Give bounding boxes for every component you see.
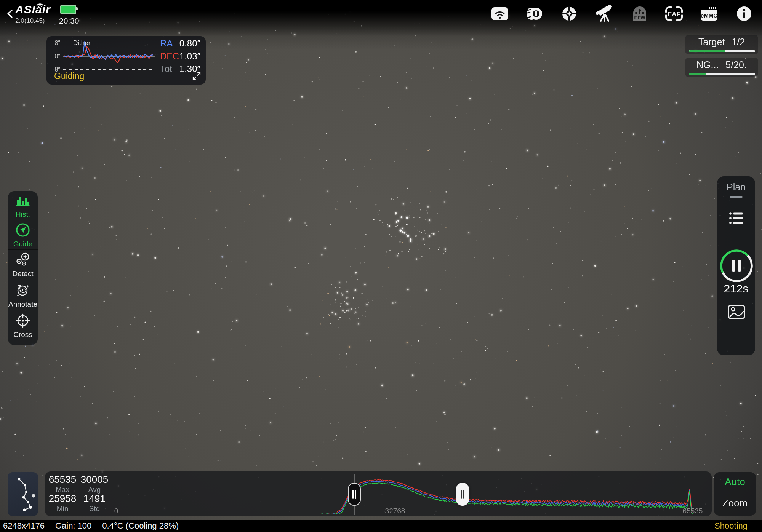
sidebar-item-annotate[interactable]: Annotate [8, 283, 38, 308]
frames-progress-track [689, 73, 755, 75]
asiair-app: ASIair 2.0(10.45) 20:30 [0, 0, 762, 532]
guide-crosshair-icon [561, 5, 578, 22]
sidebar-item-guide[interactable]: Guide [8, 222, 38, 248]
sidebar-item-histogram[interactable]: Hist. [8, 194, 38, 219]
histogram-icon [15, 194, 30, 208]
left-toolbar: Hist. Guide Detect [8, 191, 38, 345]
dec-stat: DEC [160, 51, 179, 62]
dither-label: Dither [73, 39, 90, 47]
xtick-max: 65535 [683, 507, 703, 515]
plan-underline [730, 196, 743, 198]
logo-wifi-arcs-icon [35, 2, 45, 7]
target-progress-row[interactable]: Target1/2 [685, 35, 758, 54]
eaf-icon: EAF [664, 6, 684, 21]
dec-value: 1.03″ [179, 51, 200, 62]
ra-value: 0.80″ [179, 38, 200, 49]
efw-button[interactable]: EFW [630, 5, 649, 23]
stretch-controls: Auto Zoom [714, 472, 756, 516]
controls-divider [719, 494, 751, 494]
guiding-panel[interactable]: 8″ 0″ -8″ Dither RA 0.80″ DEC 1.03″ Tot … [46, 36, 206, 85]
target-progress-track [689, 50, 755, 52]
telescope-icon [596, 4, 614, 22]
tot-stat: Tot [160, 64, 172, 74]
ra-stat: RA [160, 38, 173, 49]
target-count: 1/2 [732, 37, 745, 48]
image-resolution: 6248x4176 [3, 521, 45, 531]
expand-icon[interactable] [192, 72, 201, 81]
pause-icon [732, 260, 741, 272]
asiair-logo: ASIair [15, 3, 51, 16]
eaf-button[interactable]: EAF [664, 5, 684, 23]
target-progress-fill [689, 50, 725, 52]
histogram-curves [45, 471, 712, 516]
battery-icon [60, 5, 76, 14]
clock-time: 20:30 [59, 16, 79, 26]
auto-stretch-button[interactable]: Auto [714, 476, 756, 488]
black-level-handle[interactable] [348, 483, 361, 506]
xtick-0: 0 [114, 507, 118, 515]
frames-name: NG... [696, 59, 719, 70]
frames-progress-fill [689, 73, 706, 75]
plan-list-button[interactable] [729, 211, 743, 225]
frames-progress-row[interactable]: NG...5/20. [685, 58, 758, 77]
frames-count: 5/20. [725, 59, 747, 70]
shooting-state: Shooting [714, 521, 748, 531]
crosshair-icon [15, 313, 30, 328]
app-version: 2.0(10.45) [15, 17, 45, 25]
camera-icon [525, 6, 543, 22]
wifi-icon [491, 7, 509, 21]
telescope-button[interactable] [596, 4, 615, 22]
exposure-countdown: 212s [717, 282, 755, 295]
efw-icon: EFW [631, 5, 648, 22]
gain-value: Gain: 100 [55, 521, 91, 531]
toolbar-divider [8, 249, 38, 250]
sidebar-item-detect[interactable]: Detect [8, 252, 38, 278]
xtick-mid: 32768 [385, 507, 405, 515]
plan-label[interactable]: Plan [717, 182, 755, 193]
histogram-panel: 65535Max 30005Avg 25958Min 1491Std 0 327… [45, 471, 712, 516]
emmc-icon: eMMC [700, 6, 718, 21]
svg-text:EAF: EAF [668, 11, 680, 18]
info-icon [736, 5, 752, 22]
zoom-button[interactable]: Zoom [714, 497, 756, 509]
back-button[interactable] [6, 9, 14, 20]
main-camera-button[interactable] [524, 5, 543, 23]
sidebar-item-cross[interactable]: Cross [8, 313, 38, 339]
info-button[interactable] [735, 5, 754, 23]
pause-exposure-button[interactable] [719, 249, 754, 283]
detect-stars-icon [15, 252, 30, 267]
guide-scope-button[interactable] [560, 5, 579, 23]
emmc-button[interactable]: eMMC [700, 5, 719, 23]
svg-text:eMMC: eMMC [701, 12, 717, 19]
guiding-label: Guiding [54, 71, 84, 81]
constellation-map-icon [8, 472, 38, 516]
status-bar: 6248x4176 Gain: 100 0.4°C (Cooling 28%) … [0, 520, 762, 532]
target-name: Target [698, 37, 725, 48]
preview-image-button[interactable] [727, 304, 746, 320]
wifi-button[interactable] [490, 5, 509, 23]
guide-icon [15, 222, 30, 238]
white-level-handle[interactable] [456, 483, 469, 506]
constellation-thumbnail[interactable] [8, 472, 38, 516]
sensor-temperature: 0.4°C (Cooling 28%) [102, 521, 179, 531]
right-toolbar: Plan 212s [717, 176, 755, 355]
svg-text:EFW: EFW [634, 15, 646, 21]
annotate-galaxy-icon [15, 283, 30, 298]
